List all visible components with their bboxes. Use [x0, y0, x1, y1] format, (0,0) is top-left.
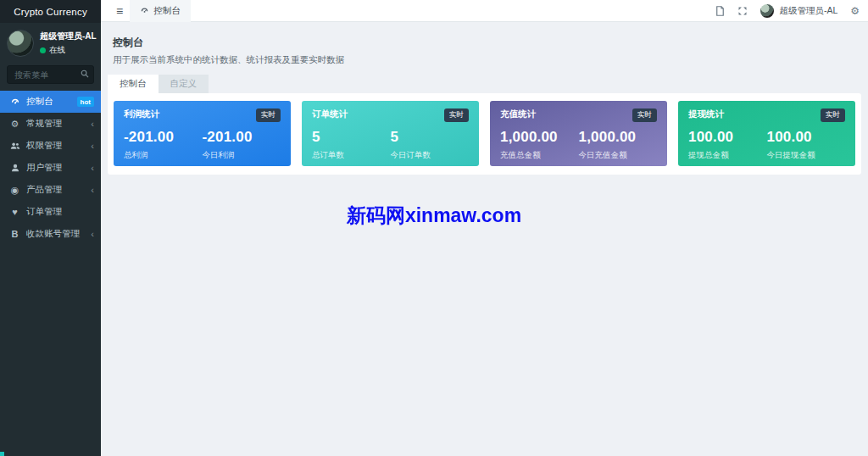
sidebar-item-general[interactable]: ⚙ 常规管理 ‹ — [0, 113, 101, 135]
corner-accent — [0, 452, 4, 456]
sidebar-item-users[interactable]: 用户管理 ‹ — [0, 157, 101, 179]
stat-value: 5 — [391, 129, 470, 146]
realtime-badge: 实时 — [821, 108, 845, 122]
stat-card-profit: 利润统计 实时 -201.00 总利润 -201.00 今日利润 — [114, 101, 291, 166]
stat-label: 今日利润 — [203, 150, 281, 161]
user-avatar[interactable] — [7, 30, 34, 57]
user-icon — [9, 163, 20, 173]
chevron-left-icon: ‹ — [91, 229, 94, 239]
user-panel: 超级管理员-AL 在线 — [0, 23, 101, 62]
sidebar-item-label: 收款账号管理 — [26, 228, 85, 240]
sidebar-item-payment-accounts[interactable]: B 收款账号管理 ‹ — [0, 223, 101, 245]
stat-value: -201.00 — [124, 129, 203, 146]
menu-toggle-icon[interactable]: ≡ — [109, 5, 130, 17]
sidebar-item-dashboard[interactable]: 控制台 hot — [0, 91, 101, 113]
stat-value: -201.00 — [203, 129, 281, 146]
product-icon: ◉ — [9, 186, 20, 195]
file-icon[interactable] — [715, 6, 725, 16]
navbar-right: 超级管理员-AL ⚙ — [715, 4, 860, 18]
stats-panel: 利润统计 实时 -201.00 总利润 -201.00 今日利润 — [108, 93, 861, 175]
stat-value: 100.00 — [688, 129, 767, 146]
navbar-user-menu[interactable]: 超级管理员-AL — [760, 4, 837, 18]
user-group-icon — [9, 141, 20, 151]
page-header: 控制台 用于展示当前系统中的统计数据、统计报表及重要实时数据 — [108, 32, 861, 66]
user-name: 超级管理员-AL — [40, 31, 97, 42]
navbar-username: 超级管理员-AL — [779, 5, 837, 17]
online-status-label: 在线 — [49, 45, 65, 56]
stat-label: 充值总金额 — [500, 150, 579, 161]
realtime-badge: 实时 — [444, 108, 469, 122]
bank-icon: B — [9, 230, 20, 239]
dashboard-icon — [140, 6, 149, 15]
breadcrumb-tab-dashboard[interactable]: 控制台 — [130, 0, 191, 22]
settings-gear-icon[interactable]: ⚙ — [850, 6, 860, 16]
tab-custom[interactable]: 自定义 — [159, 75, 209, 93]
top-navbar: ≡ 控制台 超级管理员-AL ⚙ — [101, 0, 868, 22]
navbar-avatar — [760, 4, 774, 18]
sidebar-item-label: 常规管理 — [26, 118, 85, 130]
watermark-text: 新码网xinmaw.com — [347, 203, 521, 229]
gauge-icon — [9, 97, 20, 107]
heart-icon: ♥ — [9, 208, 20, 217]
realtime-badge: 实时 — [256, 108, 281, 122]
card-title: 订单统计 — [312, 108, 348, 120]
sidebar-item-orders[interactable]: ♥ 订单管理 — [0, 201, 101, 223]
chevron-left-icon: ‹ — [91, 185, 94, 195]
sidebar: Crypto Currency 超级管理员-AL 在线 控制台 hot ⚙ 常规… — [0, 0, 101, 456]
stat-value: 5 — [312, 129, 391, 146]
stat-label: 总订单数 — [312, 150, 391, 161]
search-icon[interactable] — [81, 70, 89, 78]
app-logo: Crypto Currency — [0, 0, 101, 23]
user-status: 在线 — [40, 45, 97, 56]
stat-label: 今日提现金额 — [767, 150, 846, 161]
stat-card-recharge: 充值统计 实时 1,000.00 充值总金额 1,000.00 今日充值金额 — [490, 101, 667, 166]
hot-badge: hot — [77, 97, 94, 107]
stat-card-withdraw: 提现统计 实时 100.00 提现总金额 100.00 今日提现金额 — [678, 101, 855, 166]
stat-label: 提现总金额 — [688, 150, 767, 161]
stat-label: 总利润 — [124, 150, 203, 161]
fullscreen-icon[interactable] — [737, 6, 748, 16]
content-tabs: 控制台 自定义 — [108, 75, 861, 93]
sidebar-item-permissions[interactable]: 权限管理 ‹ — [0, 135, 101, 157]
page-title: 控制台 — [113, 36, 856, 50]
realtime-badge: 实时 — [632, 108, 657, 122]
chevron-left-icon: ‹ — [91, 119, 94, 129]
content-area: 控制台 用于展示当前系统中的统计数据、统计报表及重要实时数据 控制台 自定义 利… — [101, 22, 868, 456]
card-title: 充值统计 — [500, 108, 536, 120]
sidebar-item-label: 产品管理 — [26, 184, 85, 196]
sidebar-item-label: 用户管理 — [26, 162, 85, 174]
sidebar-item-label: 订单管理 — [26, 206, 94, 218]
sidebar-item-label: 权限管理 — [26, 140, 85, 152]
breadcrumb-label: 控制台 — [153, 5, 181, 17]
sidebar-menu: 控制台 hot ⚙ 常规管理 ‹ 权限管理 ‹ 用户管理 ‹ ◉ 产品管理 ‹ — [0, 91, 101, 245]
gears-icon: ⚙ — [9, 120, 20, 129]
tab-dashboard[interactable]: 控制台 — [108, 75, 159, 93]
stat-label: 今日充值金额 — [579, 150, 658, 161]
page-description: 用于展示当前系统中的统计数据、统计报表及重要实时数据 — [113, 54, 856, 66]
chevron-left-icon: ‹ — [91, 163, 94, 173]
sidebar-search — [7, 65, 94, 84]
stat-value: 1,000.00 — [500, 129, 579, 146]
card-title: 提现统计 — [688, 108, 724, 120]
stat-value: 1,000.00 — [579, 129, 658, 146]
stat-label: 今日订单数 — [391, 150, 470, 161]
chevron-left-icon: ‹ — [91, 141, 94, 151]
sidebar-item-label: 控制台 — [26, 96, 71, 108]
stat-value: 100.00 — [767, 129, 846, 146]
card-title: 利润统计 — [124, 108, 159, 120]
sidebar-item-products[interactable]: ◉ 产品管理 ‹ — [0, 179, 101, 201]
stat-cards: 利润统计 实时 -201.00 总利润 -201.00 今日利润 — [114, 101, 855, 166]
stat-card-orders: 订单统计 实时 5 总订单数 5 今日订单数 — [302, 101, 479, 166]
online-status-dot — [40, 47, 46, 53]
